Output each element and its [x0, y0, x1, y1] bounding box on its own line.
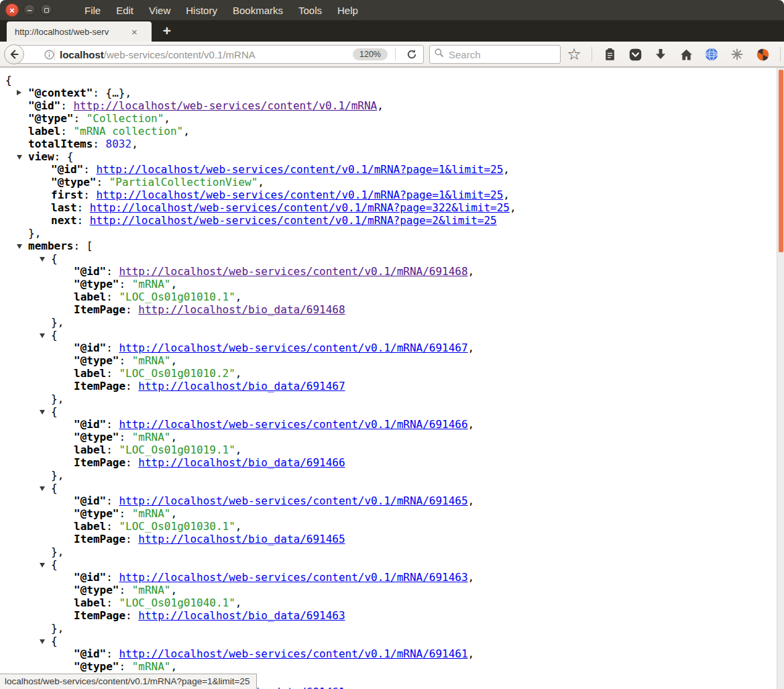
json-link[interactable]: http://localhost/web-services/content/v0…: [96, 189, 503, 201]
json-link[interactable]: http://localhost/bio_data/691468: [138, 303, 345, 316]
collapse-twisty-icon[interactable]: [40, 563, 45, 568]
json-punct: {: [5, 74, 12, 87]
globe-icon: [704, 47, 719, 62]
splat-extension-button[interactable]: [729, 46, 745, 63]
json-link[interactable]: http://localhost/web-services/content/v0…: [119, 341, 467, 354]
collapse-twisty-icon[interactable]: [17, 244, 22, 249]
url-bar[interactable]: localhost/web-services/content/v0.1/mRNA…: [15, 45, 424, 64]
json-punct: ,: [171, 584, 178, 596]
json-str: "PartialCollectionView": [109, 176, 258, 189]
tab-close-button[interactable]: ×: [131, 27, 137, 37]
maximize-window-button[interactable]: [40, 4, 52, 16]
pocket-button[interactable]: [627, 46, 643, 63]
json-punct: :: [119, 584, 131, 596]
json-punct: ,: [468, 494, 475, 507]
json-line: "@type": "mRNA",: [0, 278, 776, 290]
titlebar: × − File Edit View History Bookmarks Too…: [0, 0, 784, 20]
json-punct: :: [119, 507, 131, 520]
json-link[interactable]: http://localhost/web-services/content/v0…: [119, 265, 467, 278]
collapse-twisty-icon[interactable]: [40, 410, 45, 415]
json-punct: :: [125, 609, 138, 622]
home-button[interactable]: [678, 46, 694, 63]
globe-extension-button[interactable]: [704, 46, 720, 63]
collapse-twisty-icon[interactable]: [40, 639, 45, 644]
json-link[interactable]: http://localhost/web-services/content/v0…: [119, 494, 467, 507]
json-key: "@type": [74, 660, 119, 673]
bookmark-star-button[interactable]: ☆: [566, 46, 582, 63]
json-punct: ,: [468, 571, 475, 584]
collapse-twisty-icon[interactable]: [17, 155, 22, 160]
expand-twisty-icon[interactable]: [17, 90, 21, 95]
json-link[interactable]: http://localhost/web-services/content/v0…: [96, 163, 503, 176]
json-punct: :: [119, 354, 131, 367]
menu-tools[interactable]: Tools: [298, 5, 322, 16]
json-punct: {: [51, 405, 58, 418]
json-punct: :: [106, 443, 119, 456]
json-line: members: [: [0, 240, 776, 252]
json-link[interactable]: http://localhost/bio_data/691466: [138, 456, 345, 469]
tab-bar: http://localhost/web-serv × +: [0, 20, 784, 42]
json-str: "LOC_Os01g01030.1": [119, 520, 235, 533]
menu-bookmarks[interactable]: Bookmarks: [233, 5, 283, 16]
menu-view[interactable]: View: [149, 5, 170, 16]
json-punct: :: [73, 112, 86, 125]
json-link[interactable]: http://localhost/bio_data/691463: [138, 609, 345, 622]
json-punct: :: [106, 367, 119, 380]
reload-button[interactable]: [400, 48, 423, 60]
bookmarks-menu-button[interactable]: [602, 46, 618, 63]
json-punct: :: [106, 494, 119, 507]
new-tab-button[interactable]: +: [158, 23, 176, 39]
menu-file[interactable]: File: [85, 5, 101, 16]
json-link[interactable]: http://localhost/web-services/content/v0…: [90, 201, 510, 214]
json-link[interactable]: http://localhost/web-services/content/v0…: [119, 418, 467, 431]
json-punct: ,: [503, 189, 510, 201]
json-link[interactable]: http://localhost/web-services/content/v0…: [119, 647, 467, 660]
navigation-toolbar: localhost/web-services/content/v0.1/mRNA…: [0, 42, 784, 67]
json-line: {: [0, 405, 776, 418]
json-line: next: http://localhost/web-services/cont…: [0, 214, 776, 227]
scrollbar-thumb[interactable]: [779, 70, 783, 252]
search-box[interactable]: [429, 45, 561, 64]
menu-edit[interactable]: Edit: [116, 5, 133, 16]
json-punct: ,: [468, 418, 475, 431]
search-icon: [434, 48, 445, 61]
json-key: "@context": [28, 87, 93, 99]
download-arrow-icon: [654, 48, 667, 61]
menu-help[interactable]: Help: [337, 5, 358, 16]
collapse-twisty-icon[interactable]: [40, 486, 45, 491]
menu-history[interactable]: History: [186, 5, 217, 16]
zoom-level-badge[interactable]: 120%: [353, 48, 388, 60]
json-link[interactable]: http://localhost/web-services/content/v0…: [90, 214, 497, 227]
json-link[interactable]: http://localhost/bio_data/691467: [138, 380, 345, 392]
downloads-button[interactable]: [653, 46, 669, 63]
json-key: first: [51, 189, 83, 201]
back-button[interactable]: [4, 44, 24, 64]
json-key: "@id": [74, 494, 106, 507]
json-punct: {: [51, 635, 58, 647]
json-line: },: [0, 622, 776, 635]
json-link[interactable]: http://localhost/bio_data/691465: [138, 533, 345, 545]
active-tab[interactable]: http://localhost/web-serv ×: [7, 21, 152, 42]
json-link[interactable]: http://localhost/web-services/content/v0…: [119, 571, 467, 584]
minimize-window-button[interactable]: −: [23, 4, 36, 16]
page-info-icon[interactable]: [41, 46, 57, 63]
json-link[interactable]: http://localhost/web-services/content/v0…: [73, 99, 377, 112]
json-key: "@type": [74, 507, 119, 520]
json-punct: {: [51, 329, 58, 341]
json-punct: ,: [164, 112, 170, 125]
collapse-twisty-icon[interactable]: [40, 257, 45, 262]
scrollbar-track[interactable]: [777, 68, 784, 689]
json-punct: :: [125, 303, 138, 316]
json-str: "mRNA": [132, 507, 171, 520]
collapse-twisty-icon[interactable]: [40, 333, 45, 338]
json-str: "Collection": [87, 112, 164, 125]
toolbar-buttons: ☆: [566, 42, 784, 67]
orange-extension-button[interactable]: [754, 46, 771, 63]
json-punct: :: [106, 571, 119, 584]
close-window-button[interactable]: ×: [5, 3, 19, 17]
search-input[interactable]: [449, 49, 549, 60]
json-key: totalItems: [28, 138, 93, 150]
json-punct: :: [106, 418, 119, 431]
json-line: "@context": {…},: [0, 87, 776, 99]
star-icon: ☆: [567, 46, 581, 62]
